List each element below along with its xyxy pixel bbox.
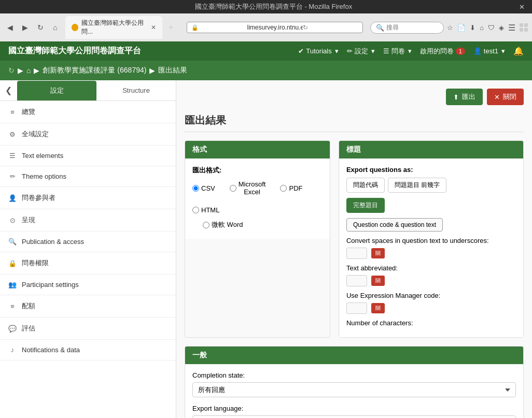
tab-structure[interactable]: Structure	[96, 81, 176, 99]
export-questions-btngroup2: 完整題目	[346, 198, 516, 213]
excel-radio[interactable]	[230, 185, 236, 192]
text-abbreviated-toggle-wrapper: 關	[346, 275, 516, 286]
apps-icon[interactable]	[520, 23, 528, 32]
tutorials-link[interactable]: ✔ Tutorials	[298, 47, 338, 55]
user-link[interactable]: 👤 test1	[473, 47, 505, 55]
text-abbreviated-toggle[interactable]: 關	[371, 276, 385, 286]
general-card-header: 一般	[185, 347, 523, 364]
csv-label[interactable]: CSV	[201, 184, 215, 192]
close-icon: ✕	[494, 93, 500, 101]
csv-radio[interactable]	[192, 185, 199, 192]
eye-icon: ⊙	[8, 217, 17, 224]
format-option-excel: MicrosoftExcel	[230, 180, 266, 196]
question-code-btn[interactable]: 問題代碼	[346, 178, 385, 193]
home-nav-icon[interactable]: ⌂	[480, 24, 484, 32]
app-header: 國立臺灣師範大學公用問卷調查平台 ✔ Tutorials ✏ 設定 ☰ 問卷 啟…	[0, 41, 532, 61]
heading-card-body: Export questions as: 問題代碼 問題題目 前幾字 完整題目 …	[339, 158, 523, 337]
search-icon: 🔍	[8, 238, 17, 246]
word-label[interactable]: 微軟 Word	[212, 220, 243, 229]
export-questions-btngroup3: Question code & question text	[346, 218, 516, 232]
sidebar-item-quotas[interactable]: ≡ 配額	[0, 295, 176, 318]
sidebar-item-theme-options[interactable]: ✏ Theme options	[0, 166, 176, 187]
sidebar-item-participant-settings[interactable]: 👥 Participant settings	[0, 275, 176, 295]
reader-icon[interactable]: 📄	[457, 24, 466, 32]
pdf-radio[interactable]	[280, 185, 287, 192]
tab-settings[interactable]: 設定	[17, 81, 96, 100]
browser-search-box[interactable]: 🔍	[370, 22, 444, 34]
person-icon: 👤	[8, 194, 17, 202]
sidebar-item-assessments[interactable]: 💬 評估	[0, 318, 176, 340]
breadcrumb: ↻ ▶ ⌂ ▶ 創新教學實施課後評量 (668794) ▶ 匯出結果	[0, 61, 532, 80]
reload-button[interactable]: ↻	[34, 22, 47, 33]
surveys-link[interactable]: ☰ 問卷	[383, 47, 412, 56]
tab-close-btn[interactable]: ✕	[151, 24, 156, 31]
export-language-select[interactable]	[192, 415, 516, 418]
sidebar-toggle-btn[interactable]: ❮	[0, 80, 17, 100]
question-text-btn[interactable]: 問題題目 前幾字	[388, 178, 446, 193]
export-button[interactable]: ⬆ 匯出	[446, 89, 483, 105]
menu-icon[interactable]: ☰	[508, 23, 515, 33]
html-radio[interactable]	[192, 207, 199, 213]
surveys-icon: ☰	[383, 47, 389, 55]
sidebar-item-global-settings[interactable]: ⚙ 全域設定	[0, 123, 176, 146]
toggle-off-left2	[346, 275, 367, 286]
user-dropdown-arrow	[500, 47, 505, 55]
completion-state-label: Completion state:	[192, 371, 516, 379]
quotas-icon: ≡	[8, 302, 17, 310]
format-option-word: 微軟 Word	[203, 220, 243, 229]
back-button[interactable]: ◀	[4, 22, 16, 33]
browser-tab[interactable]: 國立臺灣師範大學公用問... ✕	[65, 16, 162, 39]
browser-chrome: 國立臺灣師範大學公用問卷調查平台 - Mozilla Firefox ✕ ◀ ▶…	[0, 0, 532, 41]
shield-icon[interactable]: 🛡	[488, 24, 495, 32]
html-label[interactable]: HTML	[201, 206, 219, 214]
search-input[interactable]	[386, 24, 438, 31]
action-bar: ⬆ 匯出 ✕ 關閉	[185, 89, 524, 105]
sidebar-item-survey-permissions[interactable]: 🔒 問卷權限	[0, 252, 176, 275]
tutorials-icon: ✔	[298, 47, 304, 55]
format-options-group: CSV MicrosoftExcel PDF HTML	[192, 180, 323, 232]
convert-spaces-toggle[interactable]: 關	[371, 248, 385, 258]
pencil-icon: ✏	[8, 172, 17, 180]
sidebar-item-text-elements[interactable]: ☰ Text elements	[0, 146, 176, 166]
forward-button[interactable]: ▶	[19, 22, 31, 33]
app-logo[interactable]: 國立臺灣師範大學公用問卷調查平台	[8, 46, 141, 56]
pocket-icon[interactable]: ◈	[499, 24, 504, 32]
tab-favicon	[72, 24, 78, 31]
browser-titlebar: 國立臺灣師範大學公用問卷調查平台 - Mozilla Firefox ✕	[0, 0, 532, 13]
browser-title: 國立臺灣師範大學公用問卷調查平台 - Mozilla Firefox	[33, 2, 514, 11]
sidebar-item-overview[interactable]: ≡ 總覽	[0, 101, 176, 123]
full-question-btn[interactable]: 完整題目	[346, 198, 385, 213]
pdf-label[interactable]: PDF	[289, 184, 302, 192]
format-card: 格式 匯出格式: CSV MicrosoftExcel	[185, 140, 330, 338]
new-tab-btn[interactable]: +	[164, 21, 177, 34]
settings-link[interactable]: ✏ 設定	[347, 47, 375, 56]
word-radio[interactable]	[203, 222, 209, 228]
close-button[interactable]: ✕ 關閉	[487, 89, 524, 105]
home-button[interactable]: ⌂	[50, 22, 60, 33]
sidebar-item-survey-participants[interactable]: 👤 問卷參與者	[0, 187, 176, 209]
cards-row: 格式 匯出格式: CSV MicrosoftExcel	[185, 140, 524, 346]
excel-label[interactable]: MicrosoftExcel	[239, 180, 266, 196]
breadcrumb-survey-link[interactable]: 創新教學實施課後評量 (668794)	[43, 66, 146, 75]
document-icon: ☰	[8, 152, 17, 160]
reload-icon[interactable]: ↻	[303, 24, 358, 31]
sidebar-item-presentation[interactable]: ⊙ 呈現	[0, 209, 176, 232]
use-expression-toggle[interactable]: 關	[371, 303, 385, 313]
code-and-text-btn[interactable]: Question code & question text	[346, 218, 443, 232]
user-icon: 👤	[473, 47, 482, 55]
format-option-pdf: PDF	[280, 184, 302, 192]
bookmark-icon[interactable]: ☆	[447, 24, 453, 32]
refresh-icon[interactable]: ↻	[8, 66, 15, 75]
active-surveys-link[interactable]: 啟用的問卷 1	[420, 47, 465, 56]
browser-close-btn[interactable]: ✕	[514, 3, 530, 11]
download-icon[interactable]: ⬇	[470, 24, 475, 32]
sidebar-item-notifications-data[interactable]: ♪ Notifications & data	[0, 340, 176, 361]
url-bar[interactable]: 🔒 limesurvey.iro.ntnu.edu.tw/index.php/a…	[187, 22, 363, 33]
breadcrumb-home-link[interactable]: ⌂	[26, 66, 31, 75]
notifications-bell[interactable]: 🔔	[513, 46, 524, 56]
completion-state-select[interactable]: 所有回應 完整回應 未完整回應	[192, 382, 516, 397]
tab-title: 國立臺灣師範大學公用問...	[81, 19, 148, 36]
sidebar-item-publication-access[interactable]: 🔍 Publication & access	[0, 232, 176, 252]
export-language-group: Export language:	[192, 405, 516, 418]
sidebar-tab-bar: ❮ 設定 Structure	[0, 80, 176, 101]
